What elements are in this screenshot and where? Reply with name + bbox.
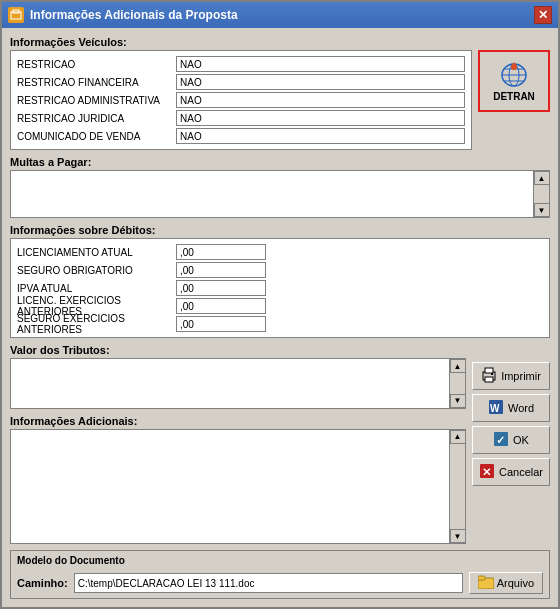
veiculos-wrapper: RESTRICAO RESTRICAO FINANCEIRA RESTRICAO… [10, 50, 550, 150]
word-label: Word [508, 402, 534, 414]
tributos-scrollbar: ▲ ▼ [449, 359, 465, 408]
cancelar-button[interactable]: ✕ Cancelar [472, 458, 550, 486]
table-row: COMUNICADO DE VENDA [17, 127, 465, 145]
adicionais-label: Informações Adicionais: [10, 415, 466, 427]
field-restricao[interactable] [176, 56, 465, 72]
arquivo-button[interactable]: Arquivo [469, 572, 543, 594]
multas-textarea[interactable] [11, 171, 533, 217]
adicionais-area: ▲ ▼ [10, 429, 466, 544]
folder-icon [478, 575, 494, 591]
tributos-panel: Valor dos Tributos: ▲ ▼ [10, 344, 466, 409]
multas-section: Multas a Pagar: ▲ ▼ [10, 156, 550, 218]
cancelar-icon: ✕ [479, 463, 495, 481]
ok-label: OK [513, 434, 529, 446]
field-label-restricao-adm: RESTRICAO ADMINISTRATIVA [17, 95, 172, 106]
multas-scrollbar: ▲ ▼ [533, 171, 549, 217]
adicionais-panel: Informações Adicionais: ▲ ▼ [10, 415, 466, 544]
tributos-scroll-up[interactable]: ▲ [450, 359, 466, 373]
debitos-box: LICENCIAMENTO ATUAL SEGURO OBRIGATORIO I… [10, 238, 550, 338]
tributos-label: Valor dos Tributos: [10, 344, 466, 356]
word-icon: W [488, 399, 504, 417]
svg-rect-12 [491, 373, 493, 375]
svg-text:✓: ✓ [496, 434, 505, 446]
window-icon [8, 7, 24, 23]
adicionais-scrollbar: ▲ ▼ [449, 430, 465, 543]
arquivo-label: Arquivo [497, 577, 534, 589]
imprimir-button[interactable]: Imprimir [472, 362, 550, 390]
modelo-section: Modelo do Documento Caminho: Arquivo [10, 550, 550, 599]
table-row: RESTRICAO ADMINISTRATIVA [17, 91, 465, 109]
ok-button[interactable]: ✓ OK [472, 426, 550, 454]
table-row: SEGURO OBRIGATORIO [17, 261, 543, 279]
debitos-label: Informações sobre Débitos: [10, 224, 550, 236]
table-row: SEGURO EXERCICIOS ANTERIORES [17, 315, 543, 333]
left-panels: Valor dos Tributos: ▲ ▼ Informações Adic… [10, 344, 466, 544]
content-area: Informações Veículos: RESTRICAO RESTRICA… [2, 28, 558, 607]
svg-text:✕: ✕ [482, 466, 491, 478]
debitos-section: Informações sobre Débitos: LICENCIAMENTO… [10, 224, 550, 338]
scroll-up-arrow[interactable]: ▲ [534, 171, 550, 185]
debito-val-2[interactable] [176, 280, 266, 296]
adicionais-textarea[interactable] [11, 430, 449, 543]
detran-button[interactable]: DETRAN [478, 50, 550, 112]
field-restricao-fin[interactable] [176, 74, 465, 90]
svg-rect-11 [485, 377, 493, 382]
field-comunicado[interactable] [176, 128, 465, 144]
imprimir-icon [481, 367, 497, 385]
debito-label-1: SEGURO OBRIGATORIO [17, 265, 172, 276]
caminho-input[interactable] [74, 573, 463, 593]
close-button[interactable]: ✕ [534, 6, 552, 24]
field-label-comunicado: COMUNICADO DE VENDA [17, 131, 172, 142]
tributos-scroll-down[interactable]: ▼ [450, 394, 466, 408]
debito-label-0: LICENCIAMENTO ATUAL [17, 247, 172, 258]
adicionais-scroll-up[interactable]: ▲ [450, 430, 466, 444]
modelo-row: Caminho: Arquivo [17, 572, 543, 594]
field-label-restricao-fin: RESTRICAO FINANCEIRA [17, 77, 172, 88]
table-row: RESTRICAO [17, 55, 465, 73]
caminho-label: Caminho: [17, 577, 68, 589]
detran-icon [498, 61, 530, 89]
ok-icon: ✓ [493, 431, 509, 449]
debito-val-4[interactable] [176, 316, 266, 332]
debito-label-2: IPVA ATUAL [17, 283, 172, 294]
veiculos-label: Informações Veículos: [10, 36, 550, 48]
title-bar-left: Informações Adicionais da Proposta [8, 7, 238, 23]
adicionais-scroll-down[interactable]: ▼ [450, 529, 466, 543]
svg-rect-10 [485, 368, 493, 373]
field-label-restricao: RESTRICAO [17, 59, 172, 70]
imprimir-label: Imprimir [501, 370, 541, 382]
veiculos-box: RESTRICAO RESTRICAO FINANCEIRA RESTRICAO… [10, 50, 472, 150]
veiculos-section: Informações Veículos: RESTRICAO RESTRICA… [10, 36, 550, 150]
right-buttons: Imprimir W Word ✓ [472, 344, 550, 544]
table-row: RESTRICAO FINANCEIRA [17, 73, 465, 91]
field-restricao-jur[interactable] [176, 110, 465, 126]
window-title: Informações Adicionais da Proposta [30, 8, 238, 22]
tributos-area: ▲ ▼ [10, 358, 466, 409]
main-window: Informações Adicionais da Proposta ✕ Inf… [0, 0, 560, 609]
debito-val-1[interactable] [176, 262, 266, 278]
cancelar-label: Cancelar [499, 466, 543, 478]
scroll-track [534, 185, 549, 203]
table-row: RESTRICAO JURIDICA [17, 109, 465, 127]
word-button[interactable]: W Word [472, 394, 550, 422]
debito-val-3[interactable] [176, 298, 266, 314]
scroll-down-arrow[interactable]: ▼ [534, 203, 550, 217]
table-row: LICENCIAMENTO ATUAL [17, 243, 543, 261]
multas-box: ▲ ▼ [10, 170, 550, 218]
detran-label: DETRAN [493, 91, 535, 102]
bottom-area: Valor dos Tributos: ▲ ▼ Informações Adic… [10, 344, 550, 544]
field-restricao-adm[interactable] [176, 92, 465, 108]
debito-label-4: SEGURO EXERCICIOS ANTERIORES [17, 313, 172, 335]
modelo-title: Modelo do Documento [17, 555, 543, 566]
svg-text:W: W [490, 403, 500, 414]
field-label-restricao-jur: RESTRICAO JURIDICA [17, 113, 172, 124]
tributos-textarea[interactable] [11, 359, 449, 408]
debito-val-0[interactable] [176, 244, 266, 260]
multas-label: Multas a Pagar: [10, 156, 550, 168]
svg-rect-20 [478, 576, 485, 580]
title-bar: Informações Adicionais da Proposta ✕ [2, 2, 558, 28]
